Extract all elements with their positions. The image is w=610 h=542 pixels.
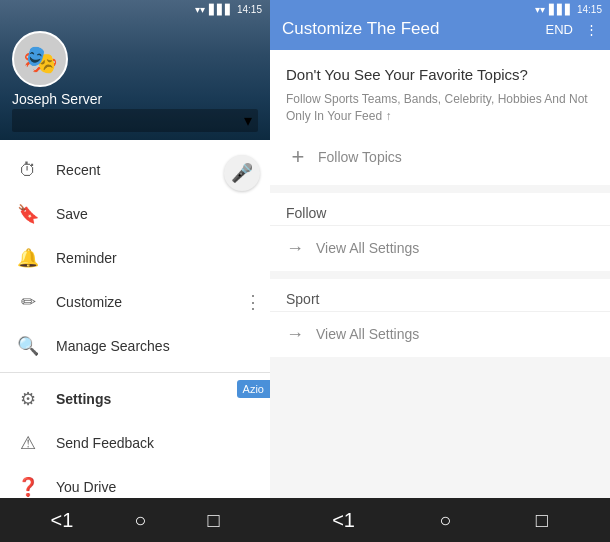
section-follow-header: Follow (270, 193, 610, 226)
back-button-right[interactable]: <1 (324, 501, 363, 540)
nav-item-reminder[interactable]: 🔔 Reminder (0, 236, 270, 280)
header-actions: END ⋮ (546, 22, 598, 37)
recents-button-right[interactable]: □ (528, 501, 556, 540)
you-drive-icon: ❓ (16, 475, 40, 498)
nav-label-send-feedback: Send Feedback (56, 435, 154, 451)
wifi-icon-right: ▾▾ (535, 4, 545, 15)
section-sport: Sport → View All Settings (270, 279, 610, 357)
promo-subtitle: Follow Sports Teams, Bands, Celebrity, H… (286, 91, 594, 125)
section-sport-header: Sport (270, 279, 610, 312)
right-content: Don't You See Your Favorite Topics? Foll… (270, 50, 610, 498)
header-title: Customize The Feed (282, 19, 546, 39)
nav-label-save: Save (56, 206, 88, 222)
wifi-icon-left: ▾▾ (195, 4, 205, 15)
promo-title: Don't You See Your Favorite Topics? (286, 66, 594, 83)
signal-icon-left: ▋▋▋ (209, 4, 233, 15)
chevron-down-icon: ▾ (244, 111, 252, 130)
nav-label-reminder: Reminder (56, 250, 117, 266)
settings-icon: ⚙ (16, 387, 40, 411)
feedback-icon: ⚠ (16, 431, 40, 455)
recents-button-left[interactable]: □ (199, 501, 227, 540)
three-dots-customize[interactable]: ⋮ (244, 291, 262, 313)
status-bar-left: ▾▾ ▋▋▋ 14:15 (195, 4, 262, 15)
nav-item-customize[interactable]: ✏ Customize ⋮ (0, 280, 270, 324)
nav-label-settings: Settings (56, 391, 111, 407)
home-button-left[interactable]: ○ (126, 501, 154, 540)
account-selector[interactable]: ▾ (12, 109, 258, 132)
time-left: 14:15 (237, 4, 262, 15)
avatar-image: 🎭 (23, 43, 58, 76)
follow-view-all-label: View All Settings (316, 240, 419, 256)
bottom-bar-left: <1 ○ □ (0, 498, 270, 542)
right-panel: ▾▾ ▋▋▋ 14:15 Customize The Feed END ⋮ Do… (270, 0, 610, 542)
search-icon: 🔍 (16, 334, 40, 358)
reminder-icon: 🔔 (16, 246, 40, 270)
back-button-left[interactable]: <1 (43, 501, 82, 540)
left-header: ▾▾ ▋▋▋ 14:15 🎭 Joseph Server ▾ (0, 0, 270, 140)
customize-icon: ✏ (16, 290, 40, 314)
arrow-right-icon-follow: → (286, 238, 304, 259)
status-bar-right: ▾▾ ▋▋▋ 14:15 (535, 4, 602, 15)
bottom-bar-right: <1 ○ □ (270, 498, 610, 542)
left-panel: ▾▾ ▋▋▋ 14:15 🎭 Joseph Server ▾ 🎤 ⏱ Recen… (0, 0, 270, 542)
home-button-right[interactable]: ○ (431, 501, 459, 540)
sport-view-all-label: View All Settings (316, 326, 419, 342)
user-name: Joseph Server (0, 87, 270, 107)
azio-label: Azio (237, 380, 270, 398)
avatar[interactable]: 🎭 (12, 31, 68, 87)
time-right: 14:15 (577, 4, 602, 15)
divider-1 (0, 372, 270, 373)
microphone-button[interactable]: 🎤 (224, 155, 260, 191)
sport-view-all-row[interactable]: → View All Settings (270, 312, 610, 357)
recent-icon: ⏱ (16, 158, 40, 182)
nav-label-you-drive: You Drive (56, 479, 116, 495)
nav-item-settings[interactable]: ⚙ Settings (0, 377, 270, 421)
nav-label-customize: Customize (56, 294, 122, 310)
more-options-icon[interactable]: ⋮ (585, 22, 598, 37)
nav-item-send-feedback[interactable]: ⚠ Send Feedback (0, 421, 270, 465)
end-button[interactable]: END (546, 22, 573, 37)
signal-icon-right: ▋▋▋ (549, 4, 573, 15)
avatar-container: 🎭 (0, 31, 270, 87)
follow-view-all-row[interactable]: → View All Settings (270, 226, 610, 271)
right-header: ▾▾ ▋▋▋ 14:15 Customize The Feed END ⋮ (270, 0, 610, 50)
follow-topics-label: Follow Topics (318, 149, 402, 165)
plus-icon: + (286, 145, 310, 169)
arrow-right-icon-sport: → (286, 324, 304, 345)
save-icon: 🔖 (16, 202, 40, 226)
follow-topics-button[interactable]: + Follow Topics (286, 137, 594, 173)
nav-list: ⏱ Recent 🔖 Save 🔔 Reminder ✏ Customize ⋮… (0, 140, 270, 498)
nav-label-manage-searches: Manage Searches (56, 338, 170, 354)
section-follow: Follow → View All Settings (270, 193, 610, 271)
nav-item-manage-searches[interactable]: 🔍 Manage Searches (0, 324, 270, 368)
nav-item-you-drive[interactable]: ❓ You Drive (0, 465, 270, 498)
nav-item-save[interactable]: 🔖 Save (0, 192, 270, 236)
nav-label-recent: Recent (56, 162, 100, 178)
promo-section: Don't You See Your Favorite Topics? Foll… (270, 50, 610, 185)
